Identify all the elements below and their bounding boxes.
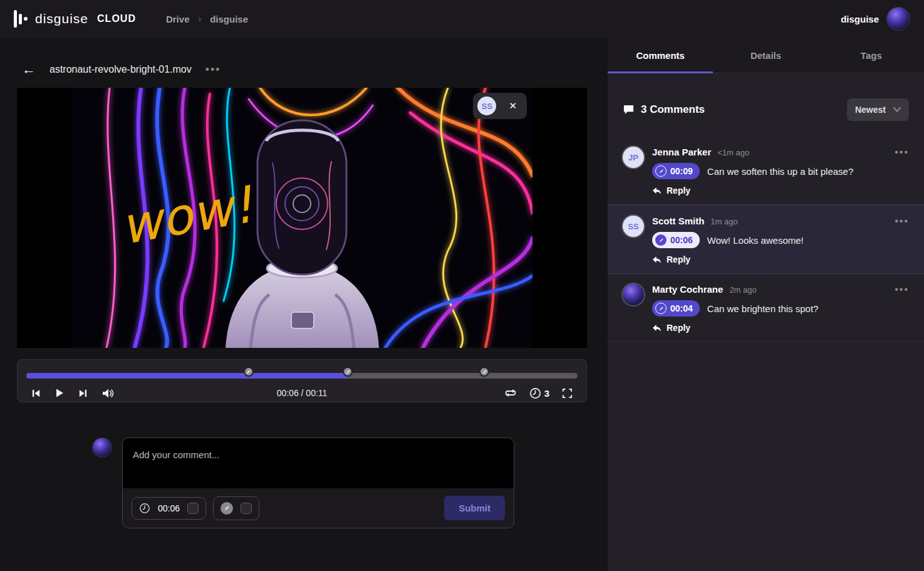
comment-timestamps-toggle[interactable]: 3 — [529, 387, 549, 399]
comment-time-ago: 1m ago — [710, 217, 737, 226]
loop-button[interactable] — [504, 388, 517, 398]
comment-compose-box: 00:06 Submit — [122, 437, 514, 528]
comment-text: Wow! Looks awesome! — [707, 235, 804, 246]
annotation-icon — [655, 303, 667, 314]
breadcrumb: Drive › disguise — [166, 14, 248, 24]
annotation-checkbox[interactable] — [241, 503, 252, 514]
reply-arrow-icon — [652, 256, 662, 264]
play-button[interactable] — [55, 388, 65, 398]
comments-count-label: 3 Comments — [641, 103, 705, 116]
annotation-author-avatar: SS — [477, 97, 496, 115]
right-panel: Comments Details Tags 3 Comments Newest … — [608, 38, 924, 571]
timestamp-count: 3 — [544, 388, 549, 399]
annotation-toggle-pill[interactable] — [213, 496, 259, 520]
close-icon[interactable]: ✕ — [509, 100, 517, 112]
chevron-right-icon: › — [198, 14, 201, 24]
annotation-marker-icon — [482, 369, 487, 375]
player-controls: 00:06 / 00:11 3 — [17, 359, 587, 402]
top-nav: disguise CLOUD Drive › disguise disguise — [0, 0, 924, 38]
comment-list: JP Jenna Parker <1m ago 00:09 Can w — [608, 136, 924, 342]
clock-icon — [529, 387, 541, 399]
comment-timestamp-badge-active[interactable]: 00:06 — [652, 232, 700, 248]
commenter-avatar: JP — [623, 147, 644, 168]
user-avatar[interactable] — [886, 7, 910, 31]
disguise-logo-icon — [14, 9, 28, 28]
commenter-avatar — [623, 284, 644, 305]
comment-item[interactable]: JP Jenna Parker <1m ago 00:09 Can w — [608, 136, 924, 205]
panel-tabs: Comments Details Tags — [608, 38, 924, 73]
brand-logo[interactable]: disguise CLOUD — [14, 9, 136, 28]
commenter-name: Marty Cochrane — [652, 284, 723, 295]
timeline-track[interactable] — [26, 373, 578, 379]
commenter-name: Jenna Parker — [652, 147, 711, 157]
commenter-avatar: SS — [623, 216, 644, 237]
brand-suffix: CLOUD — [97, 13, 136, 24]
comment-item[interactable]: Marty Cochrane 2m ago 00:04 Can we brigh… — [608, 274, 924, 342]
next-frame-button[interactable] — [78, 389, 88, 398]
annotation-icon — [655, 234, 667, 246]
breadcrumb-disguise[interactable]: disguise — [210, 14, 248, 24]
previous-frame-button[interactable] — [31, 389, 41, 398]
sort-label: Newest — [855, 105, 886, 115]
user-name: disguise — [841, 14, 879, 24]
comment-timestamp: 00:09 — [670, 166, 693, 176]
comment-timestamp: 00:04 — [670, 303, 693, 313]
fullscreen-button[interactable] — [562, 388, 573, 399]
submit-button[interactable]: Submit — [444, 496, 505, 520]
back-button[interactable]: ← — [22, 63, 36, 76]
sort-dropdown[interactable]: Newest — [847, 98, 909, 121]
annotation-icon — [655, 165, 667, 177]
reply-button[interactable]: Reply — [652, 254, 690, 265]
video-player[interactable]: wow! SS ✕ — [17, 88, 587, 348]
chevron-down-icon — [893, 107, 901, 112]
comment-input[interactable] — [123, 438, 514, 488]
annotation-marker-icon — [345, 369, 351, 375]
brand-name: disguise — [35, 11, 88, 26]
comment-time-ago: <1m ago — [717, 148, 749, 157]
timeline-marker[interactable] — [343, 367, 353, 377]
comment-timestamp-badge[interactable]: 00:04 — [652, 300, 700, 317]
clock-icon — [139, 503, 150, 514]
timestamp-toggle-pill[interactable]: 00:06 — [132, 497, 206, 520]
file-more-button[interactable]: ••• — [205, 63, 221, 76]
tab-comments[interactable]: Comments — [608, 38, 713, 73]
main-content: ← astronaut-revolve-bright-01.mov ••• — [0, 38, 608, 571]
compose-timestamp: 00:06 — [158, 503, 180, 513]
timestamp-checkbox[interactable] — [187, 503, 199, 514]
reply-button[interactable]: Reply — [652, 186, 690, 196]
comment-more-button[interactable]: ••• — [895, 147, 909, 158]
reply-arrow-icon — [652, 187, 662, 195]
tab-tags[interactable]: Tags — [819, 38, 924, 73]
compose-user-avatar — [92, 437, 112, 458]
comment-timestamp-badge[interactable]: 00:09 — [652, 163, 700, 179]
timeline-marker[interactable] — [244, 367, 254, 377]
annotation-icon — [221, 502, 233, 515]
comment-text: Can we soften this up a bit please? — [707, 166, 853, 177]
annotation-marker-icon — [246, 369, 251, 375]
comment-timestamp: 00:06 — [670, 235, 693, 245]
video-frame: wow! — [72, 88, 532, 348]
comment-more-button[interactable]: ••• — [895, 216, 909, 227]
comment-text: Can we brighten this spot? — [707, 303, 819, 314]
comment-item-selected[interactable]: SS Scott Smith 1m ago 00:06 Wow! Lo — [608, 205, 924, 274]
file-title: astronaut-revolve-bright-01.mov — [49, 64, 192, 75]
reply-button[interactable]: Reply — [652, 323, 690, 333]
tab-details[interactable]: Details — [713, 38, 818, 73]
volume-button[interactable] — [101, 388, 114, 399]
comment-bubble-icon — [623, 104, 635, 115]
breadcrumb-drive[interactable]: Drive — [166, 14, 190, 24]
reply-arrow-icon — [652, 324, 662, 332]
commenter-name: Scott Smith — [652, 216, 704, 226]
comment-more-button[interactable]: ••• — [895, 284, 909, 295]
annotation-author-chip: SS ✕ — [473, 93, 527, 119]
comment-time-ago: 2m ago — [729, 285, 756, 295]
progress-fill — [26, 373, 348, 379]
